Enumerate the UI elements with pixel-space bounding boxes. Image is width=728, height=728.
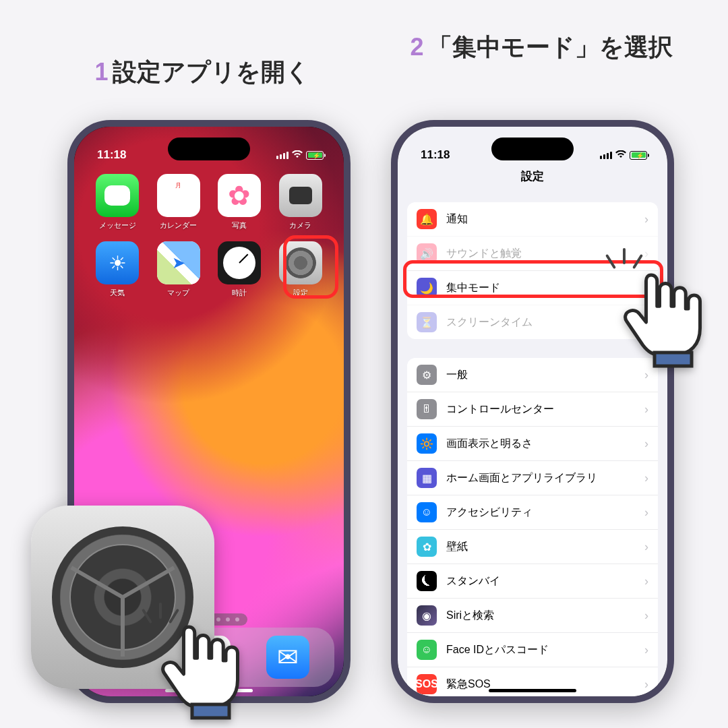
- standby-icon: ⏾: [417, 571, 437, 591]
- chevron-right-icon: ›: [644, 212, 648, 226]
- settings-icon: [279, 241, 322, 284]
- status-time: 11:18: [97, 148, 126, 162]
- bell-icon: 🔔: [417, 209, 437, 229]
- row-standby[interactable]: ⏾スタンバイ›: [407, 564, 658, 598]
- calendar-icon: 月15: [157, 174, 200, 217]
- battery-icon: ⚡: [306, 151, 324, 160]
- faceid-icon: ☺: [417, 640, 437, 660]
- wifi-icon: [615, 148, 626, 162]
- hourglass-icon: ⏳: [417, 312, 437, 332]
- tap-hand-icon: [617, 268, 705, 372]
- chevron-right-icon: ›: [644, 506, 648, 520]
- step1-number: 1: [94, 58, 108, 86]
- app-settings[interactable]: 設定: [274, 241, 328, 298]
- chevron-right-icon: ›: [644, 471, 648, 485]
- moon-icon: 🌙: [417, 278, 437, 298]
- app-messages[interactable]: メッセージ: [90, 174, 145, 231]
- maps-icon: [157, 241, 200, 284]
- step2-text: 「集中モード」を選択: [428, 33, 673, 61]
- chevron-right-icon: ›: [644, 247, 648, 261]
- row-homescreen[interactable]: ▦ホーム画面とアプリライブラリ›: [407, 460, 658, 495]
- step2-number: 2: [410, 33, 423, 61]
- step2-caption: 2「集中モード」を選択: [376, 30, 706, 64]
- grid-icon: ▦: [417, 468, 437, 488]
- wifi-icon: [292, 148, 303, 162]
- flower-icon: ✿: [417, 537, 437, 557]
- row-wallpaper[interactable]: ✿壁紙›: [407, 529, 658, 564]
- row-sos[interactable]: SOS緊急SOS›: [407, 667, 658, 701]
- clock-icon: [218, 241, 261, 284]
- row-exposure[interactable]: ✺接触通知›: [407, 701, 658, 703]
- settings-screen: 11:18 ⚡ 設定 🔔通知› 🔊サウンドと触覚› 🌙集中モード› ⏳スクリーン…: [398, 127, 667, 696]
- row-display[interactable]: 🔆画面表示と明るさ›: [407, 426, 658, 460]
- chevron-right-icon: ›: [644, 643, 648, 657]
- app-weather[interactable]: 天気: [90, 241, 145, 298]
- status-time: 11:18: [421, 148, 450, 162]
- app-maps[interactable]: マップ: [152, 241, 206, 298]
- phone-right: 11:18 ⚡ 設定 🔔通知› 🔊サウンドと触覚› 🌙集中モード› ⏳スクリーン…: [391, 120, 674, 703]
- chevron-right-icon: ›: [644, 609, 648, 623]
- row-faceid[interactable]: ☺Face IDとパスコード›: [407, 632, 658, 667]
- app-camera[interactable]: カメラ: [274, 174, 328, 231]
- messages-icon: [96, 174, 139, 217]
- chevron-right-icon: ›: [644, 402, 648, 417]
- siri-icon: ◉: [417, 605, 437, 626]
- chevron-right-icon: ›: [644, 574, 648, 588]
- gear-icon: ⚙: [417, 365, 437, 385]
- brightness-icon: 🔆: [417, 433, 437, 454]
- step1-text: 設定アプリを開く: [113, 58, 310, 86]
- camera-icon: [279, 174, 322, 217]
- cellular-icon: [600, 152, 612, 159]
- accessibility-icon: ☺: [417, 502, 437, 522]
- app-clock[interactable]: 時計: [212, 241, 267, 298]
- home-indicator[interactable]: [489, 689, 576, 692]
- app-photos[interactable]: 写真: [212, 174, 267, 231]
- photos-icon: [218, 174, 261, 217]
- row-control-center[interactable]: 🎚コントロールセンター›: [407, 392, 658, 426]
- step1-caption: 1設定アプリを開く: [61, 55, 344, 89]
- weather-icon: [96, 241, 139, 284]
- switches-icon: 🎚: [417, 399, 437, 419]
- tap-hand-icon: [155, 620, 243, 724]
- row-notifications[interactable]: 🔔通知›: [407, 202, 658, 236]
- chevron-right-icon: ›: [644, 437, 648, 451]
- cellular-icon: [276, 152, 289, 159]
- app-calendar[interactable]: 月15カレンダー: [152, 174, 206, 231]
- status-bar: 11:18 ⚡: [398, 127, 667, 166]
- page-title: 設定: [398, 169, 667, 184]
- row-siri[interactable]: ◉Siriと検索›: [407, 598, 658, 632]
- speaker-icon: 🔊: [417, 243, 437, 264]
- sos-icon: SOS: [417, 674, 437, 694]
- battery-icon: ⚡: [630, 151, 647, 160]
- chevron-right-icon: ›: [644, 540, 648, 554]
- status-bar: 11:18 ⚡: [74, 127, 344, 166]
- chevron-right-icon: ›: [644, 677, 648, 692]
- dock-mail-icon[interactable]: [266, 636, 309, 679]
- row-sounds[interactable]: 🔊サウンドと触覚›: [407, 236, 658, 270]
- row-accessibility[interactable]: ☺アクセシビリティ›: [407, 495, 658, 529]
